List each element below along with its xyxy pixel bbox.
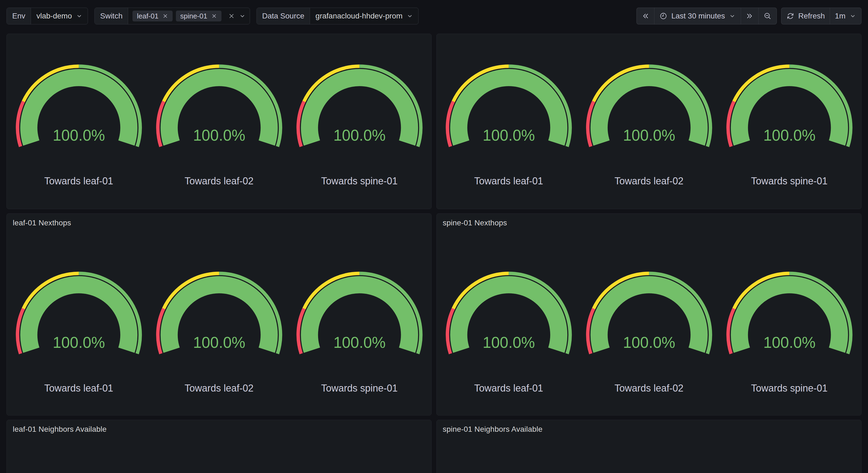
panel: 100.0% Towards leaf-01 100.0% Towards le…	[6, 34, 432, 209]
switch-select[interactable]: leaf-01 spine-01	[128, 8, 249, 24]
gauge: 100.0% Towards spine-01	[721, 62, 858, 187]
gauge-group: 100.0% Towards leaf-01 100.0% Towards le…	[437, 270, 861, 394]
gauge: 100.0% Towards leaf-02	[151, 62, 288, 187]
gauge-label: Towards spine-01	[751, 175, 828, 187]
chevron-down-icon	[76, 12, 83, 20]
time-shift-forward-button[interactable]	[741, 8, 758, 24]
chip-label: spine-01	[180, 12, 207, 20]
env-label: Env	[7, 8, 31, 24]
zoom-out-button[interactable]	[758, 8, 777, 24]
chevron-down-icon	[849, 12, 856, 20]
gauge: 100.0% Towards leaf-01	[440, 270, 577, 394]
refresh-interval-value: 1m	[835, 12, 845, 20]
svg-text:100.0%: 100.0%	[333, 127, 386, 144]
selected-value-chip: leaf-01	[132, 10, 173, 22]
gauge: 100.0% Towards leaf-02	[581, 270, 718, 394]
panel: spine-01 Nexthops 100.0% Towards leaf-01…	[436, 213, 862, 415]
panel-title[interactable]: leaf-01 Neighbors Available	[7, 420, 431, 433]
dashboard-grid: 100.0% Towards leaf-01 100.0% Towards le…	[0, 34, 868, 473]
gauge-label: Towards leaf-02	[615, 175, 683, 187]
panel: spine-01 Neighbors Available	[436, 420, 862, 473]
gauge-arc: 100.0%	[581, 270, 718, 357]
gauge-label: Towards spine-01	[321, 382, 398, 394]
gauge: 100.0% Towards leaf-01	[10, 270, 147, 394]
svg-text:100.0%: 100.0%	[333, 334, 386, 351]
gauge-label: Towards leaf-02	[185, 175, 253, 187]
gauge-arc: 100.0%	[721, 270, 858, 357]
time-shift-back-button[interactable]	[637, 8, 654, 24]
env-value: vlab-demo	[36, 12, 72, 20]
panel-title[interactable]: spine-01 Nexthops	[437, 214, 861, 227]
time-range-value: Last 30 minutes	[671, 12, 725, 20]
svg-text:100.0%: 100.0%	[763, 334, 816, 351]
gauge: 100.0% Towards spine-01	[721, 270, 858, 394]
svg-text:100.0%: 100.0%	[53, 127, 105, 144]
gauge-group: 100.0% Towards leaf-01 100.0% Towards le…	[7, 270, 431, 394]
refresh-button[interactable]: Refresh	[781, 8, 830, 24]
svg-text:100.0%: 100.0%	[763, 127, 816, 144]
gauge-label: Towards leaf-01	[474, 175, 543, 187]
panel: leaf-01 Nexthops 100.0% Towards leaf-01 …	[6, 213, 432, 415]
chevron-down-icon	[729, 12, 736, 20]
gauge-arc: 100.0%	[440, 62, 577, 150]
gauge-group: 100.0% Towards leaf-01 100.0% Towards le…	[437, 62, 861, 187]
remove-icon[interactable]	[162, 12, 169, 20]
svg-text:100.0%: 100.0%	[623, 127, 675, 144]
chip-label: leaf-01	[137, 12, 158, 20]
data-source-select[interactable]: grafanacloud-hhdev-prom	[310, 8, 418, 24]
gauge: 100.0% Towards leaf-02	[151, 270, 288, 394]
panel-title[interactable]: leaf-01 Nexthops	[7, 214, 431, 227]
switch-label: Switch	[95, 8, 128, 24]
svg-text:100.0%: 100.0%	[483, 127, 535, 144]
refresh-interval-select[interactable]: 1m	[830, 8, 861, 24]
chevrons-right-icon	[746, 12, 753, 20]
svg-text:100.0%: 100.0%	[193, 127, 245, 144]
chevron-down-icon	[406, 12, 413, 20]
svg-text:100.0%: 100.0%	[53, 334, 105, 351]
gauge-arc: 100.0%	[581, 62, 718, 150]
refresh-label: Refresh	[798, 12, 825, 20]
data-source-label: Data Source	[257, 8, 310, 24]
data-source-value: grafanacloud-hhdev-prom	[315, 12, 403, 20]
gauge-arc: 100.0%	[10, 62, 147, 150]
panel: leaf-01 Neighbors Available	[6, 420, 432, 473]
gauge-label: Towards leaf-02	[615, 382, 683, 394]
refresh-icon	[786, 12, 795, 20]
clock-icon	[659, 12, 668, 20]
gauge-label: Towards spine-01	[751, 382, 828, 394]
svg-text:100.0%: 100.0%	[623, 334, 675, 351]
gauge-arc: 100.0%	[291, 62, 428, 150]
chevrons-left-icon	[642, 12, 649, 20]
gauge-arc: 100.0%	[440, 270, 577, 357]
zoom-out-icon	[764, 12, 772, 20]
svg-text:100.0%: 100.0%	[483, 334, 535, 351]
gauge-arc: 100.0%	[291, 270, 428, 357]
gauge-label: Towards leaf-01	[44, 382, 113, 394]
gauge-group: 100.0% Towards leaf-01 100.0% Towards le…	[7, 62, 431, 187]
gauge: 100.0% Towards spine-01	[291, 270, 428, 394]
clear-icon[interactable]	[227, 12, 236, 20]
time-controls: Last 30 minutes	[637, 8, 777, 24]
svg-text:100.0%: 100.0%	[193, 334, 245, 351]
env-select[interactable]: vlab-demo	[31, 8, 88, 24]
variable-switch: Switch leaf-01 spine-01	[94, 8, 250, 24]
gauge: 100.0% Towards spine-01	[291, 62, 428, 187]
variable-data-source: Data Source grafanacloud-hhdev-prom	[256, 8, 418, 24]
selected-value-chip: spine-01	[176, 10, 221, 22]
refresh-controls: Refresh 1m	[781, 8, 862, 24]
gauge-label: Towards spine-01	[321, 175, 398, 187]
remove-icon[interactable]	[211, 12, 218, 20]
gauge-arc: 100.0%	[721, 62, 858, 150]
gauge-label: Towards leaf-01	[474, 382, 543, 394]
time-range-picker[interactable]: Last 30 minutes	[654, 8, 741, 24]
gauge: 100.0% Towards leaf-01	[10, 62, 147, 187]
panel-title[interactable]: spine-01 Neighbors Available	[437, 420, 861, 433]
gauge-arc: 100.0%	[10, 270, 147, 357]
panel: 100.0% Towards leaf-01 100.0% Towards le…	[436, 34, 862, 209]
gauge-label: Towards leaf-01	[44, 175, 113, 187]
gauge: 100.0% Towards leaf-02	[581, 62, 718, 187]
gauge: 100.0% Towards leaf-01	[440, 62, 577, 187]
gauge-arc: 100.0%	[151, 62, 288, 150]
dashboard-toolbar: Env vlab-demo Switch leaf-01 spine-01 Da…	[0, 0, 868, 34]
gauge-label: Towards leaf-02	[185, 382, 253, 394]
